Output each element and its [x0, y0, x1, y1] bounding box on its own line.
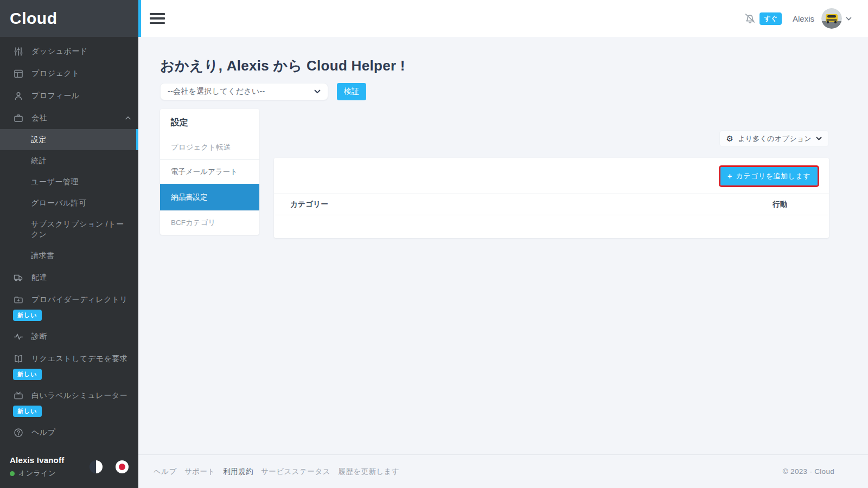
- add-category-button[interactable]: + カテゴリを追加します: [720, 167, 818, 185]
- sidebar-item-white-label-simulator[interactable]: 白いラベルシミュレーター: [0, 384, 138, 407]
- main-column: すぐ Alexis おかえり, Alexis から Cloud Helper !…: [138, 0, 868, 488]
- sidebar-subitem-label: 統計: [31, 156, 47, 165]
- footer: ヘルプ サポート 利用規約 サービスステータス 履歴を更新します © 2023 …: [138, 454, 868, 488]
- sidebar-item-delivery[interactable]: 配達: [0, 266, 138, 288]
- hamburger-menu-icon[interactable]: [150, 13, 165, 24]
- subnav-item-email-alert[interactable]: 電子メールアラート: [160, 159, 259, 184]
- main-content: おかえり, Alexis から Cloud Helper ! --会社を選択して…: [138, 37, 868, 454]
- company-select[interactable]: --会社を選択してください--: [160, 83, 328, 100]
- tv-icon: [14, 391, 23, 401]
- sidebar-subitem-label: サブスクリプション /トークン: [31, 220, 124, 239]
- empty-table-body: [274, 215, 829, 238]
- add-category-label: カテゴリを追加します: [736, 171, 810, 181]
- folder-plus-icon: [14, 295, 23, 305]
- plus-icon: +: [727, 172, 732, 180]
- logo-band: Cloud: [0, 0, 138, 37]
- avatar[interactable]: [821, 8, 842, 29]
- settings-subnav-card: 設定 プロジェクト転送 電子メールアラート 納品書設定 BCFカテゴリ: [160, 109, 259, 235]
- new-badge: 新しい: [13, 310, 42, 321]
- user-status: オンライン: [10, 468, 64, 478]
- company-select-row: --会社を選択してください-- 検証: [160, 83, 829, 100]
- sidebar-subitem-user-management[interactable]: ユーザー管理: [0, 171, 138, 192]
- book-icon: [14, 354, 23, 364]
- topbar: すぐ Alexis: [138, 0, 868, 37]
- sidebar-nav: ダッシュボード プロジェクト プロフィール 会社: [0, 37, 138, 451]
- footer-link-update-history[interactable]: 履歴を更新します: [338, 467, 399, 477]
- right-column: ⚙ より多くのオプション + カテゴリを追加します: [274, 109, 829, 238]
- footer-link-support[interactable]: サポート: [184, 467, 215, 477]
- column-header-category: カテゴリー: [290, 200, 328, 209]
- subnav-item-invoice-settings[interactable]: 納品書設定: [160, 184, 259, 210]
- sidebar-item-label: プロバイダーディレクトリ: [31, 294, 128, 305]
- chevron-up-icon: [125, 116, 131, 120]
- sidebar-subitem-statistics[interactable]: 統計: [0, 150, 138, 171]
- badge-row: 新しい: [0, 404, 138, 421]
- chevron-down-icon: [816, 137, 822, 140]
- sidebar-subitem-settings[interactable]: 設定: [0, 129, 138, 150]
- sidebar: Cloud ダッシュボード プロジェクト プロフィール: [0, 0, 138, 488]
- topbar-right: すぐ Alexis: [744, 8, 852, 29]
- verify-button[interactable]: 検証: [337, 83, 366, 100]
- sidebar-item-diagnostics[interactable]: 診断: [0, 325, 138, 348]
- subnav-item-bcf-category[interactable]: BCFカテゴリ: [160, 210, 259, 235]
- app-root: Cloud ダッシュボード プロジェクト プロフィール: [0, 0, 868, 488]
- sidebar-subitem-global-permission[interactable]: グローバル許可: [0, 192, 138, 214]
- sidebar-item-projects[interactable]: プロジェクト: [0, 62, 138, 85]
- sidebar-item-dashboard[interactable]: ダッシュボード: [0, 40, 138, 62]
- categories-card: + カテゴリを追加します カテゴリー 行動: [274, 158, 829, 238]
- new-badge: 新しい: [13, 369, 42, 380]
- gear-icon: ⚙: [726, 134, 734, 143]
- user-status-label: オンライン: [18, 468, 56, 478]
- footer-link-service-status[interactable]: サービスステータス: [261, 467, 330, 477]
- sidebar-item-label: 診断: [31, 331, 47, 342]
- sidebar-item-company[interactable]: 会社: [0, 107, 138, 129]
- japan-flag-icon[interactable]: [116, 460, 129, 473]
- flag-dot: [119, 464, 125, 470]
- sidebar-subitem-label: 請求書: [31, 251, 55, 260]
- sidebar-subitem-invoice[interactable]: 請求書: [0, 245, 138, 266]
- card-toolbar: + カテゴリを追加します: [274, 158, 829, 194]
- more-options-button[interactable]: ⚙ より多くのオプション: [719, 130, 829, 147]
- subnav-item-project-transfer[interactable]: プロジェクト転送: [160, 136, 259, 159]
- user-name: Alexis Ivanoff: [10, 455, 64, 465]
- footer-link-terms[interactable]: 利用規約: [223, 467, 253, 477]
- page-title: おかえり, Alexis から Cloud Helper !: [160, 57, 829, 74]
- more-options-row: ⚙ より多くのオプション: [274, 130, 829, 147]
- sidebar-item-label: ヘルプ: [31, 427, 55, 438]
- sidebar-item-provider-directory[interactable]: プロバイダーディレクトリ: [0, 288, 138, 311]
- cards-row: 設定 プロジェクト転送 電子メールアラート 納品書設定 BCFカテゴリ ⚙ より…: [160, 109, 829, 238]
- sidebar-toggles: [90, 460, 129, 473]
- footer-link-help[interactable]: ヘルプ: [154, 467, 177, 477]
- briefcase-icon: [14, 113, 23, 123]
- user-icon: [14, 91, 23, 101]
- more-options-label: より多くのオプション: [738, 134, 812, 144]
- sidebar-item-label: ダッシュボード: [31, 46, 87, 56]
- topbar-username: Alexis: [793, 14, 814, 23]
- sidebar-user-block: Alexis Ivanoff オンライン: [0, 451, 138, 488]
- sidebar-item-request-demo[interactable]: リクエストしてデモを要求: [0, 348, 138, 370]
- company-select-value: --会社を選択してください--: [168, 87, 265, 97]
- sidebar-subitem-subscription-token[interactable]: サブスクリプション /トークン: [0, 214, 138, 245]
- bell-off-icon[interactable]: [744, 12, 756, 25]
- sidebar-subitem-label: 設定: [31, 135, 47, 144]
- sidebar-item-label: リクエストしてデモを要求: [31, 354, 127, 364]
- sidebar-item-profile[interactable]: プロフィール: [0, 85, 138, 107]
- new-badge: 新しい: [13, 406, 42, 417]
- sidebar-subitem-label: ユーザー管理: [31, 177, 79, 186]
- truck-icon: [14, 273, 23, 282]
- activity-icon: [14, 332, 23, 342]
- sidebar-item-label: 白いラベルシミュレーター: [31, 390, 127, 401]
- app-logo[interactable]: Cloud: [10, 9, 57, 28]
- sidebar-item-label: プロフィール: [31, 91, 80, 101]
- chevron-down-icon[interactable]: [846, 17, 852, 21]
- theme-toggle-icon[interactable]: [90, 460, 103, 473]
- column-header-action: 行動: [748, 200, 813, 209]
- sidebar-item-label: 会社: [31, 113, 47, 123]
- grid-icon: [14, 69, 23, 79]
- sidebar-item-help[interactable]: ヘルプ: [0, 421, 138, 444]
- notification-badge[interactable]: すぐ: [760, 12, 782, 25]
- sidebar-item-label: プロジェクト: [31, 68, 80, 79]
- online-dot-icon: [10, 471, 15, 476]
- table-header-row: カテゴリー 行動: [274, 194, 829, 215]
- help-circle-icon: [14, 428, 23, 438]
